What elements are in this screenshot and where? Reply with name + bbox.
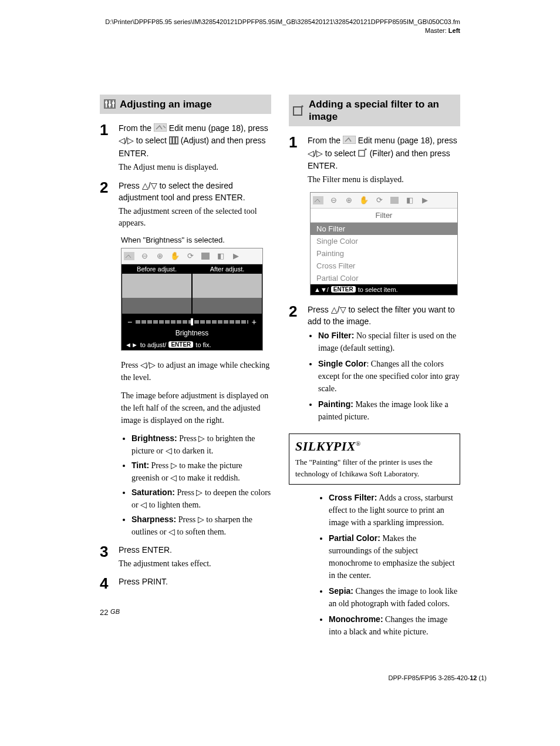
step-body: From the Edit menu (page 18), press ◁/▷ …	[308, 135, 460, 186]
silkypix-logo: SILKYPIX®	[295, 439, 454, 454]
step-body: Press ENTER. The adjustment takes effect…	[119, 544, 271, 570]
step-number: 4	[100, 576, 113, 591]
svg-rect-16	[359, 150, 365, 156]
adjust-bullets: Brightness: Press ▷ to brighten the pict…	[121, 432, 271, 538]
zoom-out-icon: ⊖	[139, 251, 150, 261]
list-item: Single Color: Changes all the colors exc…	[318, 358, 460, 395]
registered-icon: ®	[356, 440, 361, 447]
content-columns: Adjusting an image 1 From the Edit menu …	[100, 95, 460, 642]
edit-icon	[313, 196, 323, 205]
section-header-filter: Adding a special filter to an image	[289, 95, 460, 127]
filter-bullets-1: No Filter: No special filter is used on …	[308, 330, 460, 423]
slider-track	[136, 320, 248, 324]
slider-thumb	[191, 318, 193, 325]
zoom-in-icon: ⊕	[154, 251, 165, 261]
step-sub: The adjustment takes effect.	[119, 558, 271, 570]
zoom-in-icon: ⊕	[343, 196, 354, 205]
step-2: 2 Press △/▽ to select the filter you wan…	[289, 304, 460, 427]
list-item: Monochrome: Changes the image into a bla…	[329, 613, 460, 638]
edit-menu-icon	[154, 123, 167, 135]
panel-title: Filter	[311, 209, 457, 223]
screenshot-toolbar: ⊖ ⊕ ✋ ⟳ ◧ ▶	[122, 248, 262, 264]
master-value: Left	[448, 27, 460, 34]
compare-images	[122, 274, 262, 314]
rotate-icon: ⟳	[185, 251, 195, 261]
step-sub: The adjustment screen of the selected to…	[119, 206, 271, 230]
list-item: No Filter: No special filter is used on …	[318, 330, 460, 354]
step-1: 1 From the Edit menu (page 18), press ◁/…	[289, 135, 460, 186]
header-path: D:\Printer\DPPFP85.95 series\IM\32854201…	[100, 18, 460, 36]
step-1: 1 From the Edit menu (page 18), press ◁/…	[100, 122, 271, 173]
page-number: 22 GB	[100, 608, 120, 617]
next-icon: ▶	[231, 251, 241, 261]
adjust-icon-inline	[169, 136, 178, 147]
brightness-screenshot: ⊖ ⊕ ✋ ⟳ ◧ ▶ Before adjust. After adjust.	[121, 248, 263, 351]
screenshot-toolbar: ⊖ ⊕ ✋ ⟳ ◧ ▶	[311, 193, 457, 209]
edit-menu-icon	[343, 135, 356, 147]
list-item: Painting: Makes the image look like a pa…	[318, 398, 460, 423]
filter-sparkle-icon	[292, 105, 305, 116]
before-label: Before adjust.	[122, 266, 192, 273]
section-header-adjust: Adjusting an image	[100, 95, 271, 114]
svg-rect-10	[173, 137, 174, 143]
rotate-icon: ⟳	[374, 196, 384, 205]
list-item: Sepia: Changes the image to look like an…	[329, 585, 460, 610]
svg-rect-4	[105, 102, 107, 103]
edit-icon	[124, 251, 134, 261]
filter-screenshot: ⊖ ⊕ ✋ ⟳ ◧ ▶ Filter No Filter Single Colo…	[310, 192, 458, 295]
list-item: Sharpness: Press ▷ to sharpen the outlin…	[131, 513, 271, 538]
enter-chip: ENTER	[331, 286, 356, 293]
step-body: Press △/▽ to select the filter you want …	[308, 304, 460, 427]
section-title: Adding a special filter to an image	[309, 98, 456, 123]
left-column: Adjusting an image 1 From the Edit menu …	[100, 95, 271, 642]
step-sub: The Filter menu is displayed.	[308, 174, 460, 186]
arrows-icon: ◄►	[125, 341, 138, 348]
list-item: Tint: Press ▷ to make the picture greeni…	[131, 459, 271, 484]
filter-panel: Filter No Filter Single Color Painting C…	[311, 209, 457, 284]
slider-row: − +	[122, 314, 262, 328]
adjust-icon	[200, 251, 211, 261]
step-body: From the Edit menu (page 18), press ◁/▷ …	[119, 122, 271, 173]
filter-icon: ◧	[404, 196, 415, 205]
svg-rect-14	[294, 107, 302, 115]
svg-rect-1	[106, 100, 107, 107]
step-number: 2	[100, 180, 113, 230]
after-text-1: Press ◁/▷ to adjust an image while check…	[121, 359, 271, 384]
step-sub: The Adjust menu is displayed.	[119, 162, 271, 173]
zoom-out-icon: ⊖	[328, 196, 339, 205]
screenshot-footer: ◄► to adjust/ ENTER to fix.	[122, 340, 262, 350]
step-4: 4 Press PRINT.	[100, 576, 271, 591]
list-item: Cross Filter: Adds a cross, starburst ef…	[329, 492, 460, 529]
hand-icon: ✋	[170, 251, 180, 261]
adjust-icon	[389, 196, 400, 205]
silkypix-body: The "Painting" filter of the printer is …	[295, 456, 454, 479]
step-number: 3	[100, 544, 113, 570]
filter-icon: ◧	[215, 251, 226, 261]
slider-label: Brightness	[122, 328, 262, 340]
step-number: 1	[100, 122, 113, 173]
adjust-sliders-icon	[103, 99, 116, 109]
svg-rect-5	[109, 104, 111, 106]
brightness-caption: When "Brightness" is selected.	[121, 236, 271, 244]
svg-rect-11	[176, 137, 177, 143]
after-text-2: The image before adjustment is displayed…	[121, 389, 271, 426]
screenshot-footer: ▲▼/ ENTER to select item.	[311, 284, 457, 295]
filter-item: Single Color	[311, 235, 457, 247]
step-body: Press △/▽ to select the desired adjustme…	[119, 180, 271, 230]
after-image	[193, 274, 262, 314]
next-icon: ▶	[420, 196, 430, 205]
filter-item: Cross Filter	[311, 260, 457, 272]
svg-rect-9	[170, 137, 171, 143]
filter-item: Painting	[311, 247, 457, 260]
after-label: After adjust.	[192, 266, 262, 273]
silkypix-box: SILKYPIX® The "Painting" filter of the p…	[289, 434, 460, 485]
right-column: Adding a special filter to an image 1 Fr…	[289, 95, 460, 642]
arrows-icon: ▲▼/	[314, 286, 329, 293]
page: D:\Printer\DPPFP85.95 series\IM\32854201…	[0, 0, 560, 705]
minus-icon: −	[127, 317, 132, 327]
enter-chip: ENTER	[168, 341, 193, 348]
list-item: Brightness: Press ▷ to brighten the pict…	[131, 432, 271, 457]
filter-icon-inline	[358, 148, 367, 160]
svg-rect-6	[112, 102, 114, 104]
compare-labels: Before adjust. After adjust.	[122, 264, 262, 274]
